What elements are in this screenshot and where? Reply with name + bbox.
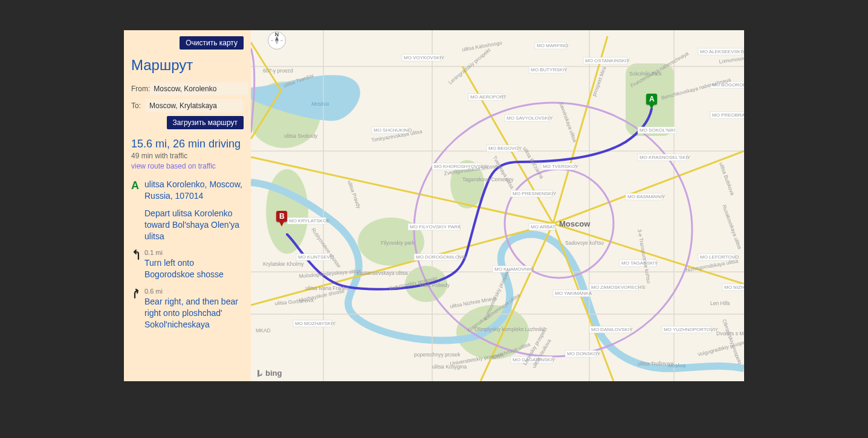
district-label: MO DOROGOMILOVO	[414, 254, 466, 260]
direction-step[interactable]: 0.6 miBear right, and then bear right on…	[131, 288, 244, 330]
map-city-label: Moscow	[559, 219, 591, 228]
svg-text:MO DONSKOY: MO DONSKOY	[567, 351, 601, 356]
direction-step[interactable]: 0.1 miTurn left onto Bogorodskoe shosse	[131, 249, 244, 280]
map-pin-a-label: A	[646, 94, 657, 105]
svg-text:Olimpiyskiy kompleks Luzhniki: Olimpiyskiy kompleks Luzhniki	[474, 326, 544, 332]
map-pin-b[interactable]: B	[276, 211, 288, 227]
step-address: ulitsa Korolenko, Moscow, Russia, 107014	[144, 179, 244, 202]
district-label: MO OSTANKINSKIY	[583, 57, 630, 64]
step-body: ulitsa Korolenko, Moscow, Russia, 107014…	[144, 179, 244, 242]
road-label: ulitsa Svobody	[284, 133, 318, 139]
district-label: MO AEROPORT	[468, 94, 507, 100]
district-label: MO BUTYRSKIY	[529, 66, 568, 73]
map-tiles: Moscow Sokolniki Park Filyovskiy park Pa…	[251, 30, 744, 381]
svg-text:Filyovskiy park: Filyovskiy park	[381, 240, 415, 246]
road-label: 607-y proezd	[263, 68, 293, 74]
svg-text:MO YUZHNOPORTOVIY: MO YUZHNOPORTOVIY	[664, 327, 718, 332]
bing-logo: bing	[256, 369, 282, 378]
map-canvas[interactable]: N	[251, 30, 744, 381]
district-label: MO DONSKOY	[565, 350, 601, 357]
district-label: MO MOZHAYSKIY	[293, 320, 336, 327]
district-label: MO VOYKOVSKIY	[402, 54, 445, 61]
to-label: To:	[131, 101, 146, 110]
svg-text:MO MOZHAYSKIY: MO MOZHAYSKIY	[295, 321, 336, 326]
district-label: MO YUZHNOPORTOVIY	[662, 326, 718, 333]
district-label: MO TVERSKOY	[541, 163, 578, 170]
svg-text:MO DANILOVSKIY: MO DANILOVSKIY	[591, 327, 633, 332]
svg-text:MO PRESNENSKIY: MO PRESNENSKIY	[513, 191, 557, 196]
route-summary: 15.6 mi, 26 min driving	[131, 138, 244, 150]
road-label: Dvorets s Moskvich	[716, 330, 744, 337]
load-route-button[interactable]: Загрузить маршрут	[167, 116, 244, 129]
svg-text:MO ZAMOSKVORECH'E: MO ZAMOSKVORECH'E	[591, 285, 646, 290]
district-label: MO FILYOVSKIY PARK	[408, 224, 461, 230]
svg-text:MO FILYOVSKIY PARK: MO FILYOVSKIY PARK	[410, 224, 461, 230]
compass-control[interactable]: N	[268, 31, 286, 50]
svg-text:MO ARBAT: MO ARBAT	[531, 224, 555, 230]
bear-right-icon	[131, 288, 144, 330]
svg-text:MO BASMANNIY: MO BASMANNIY	[627, 194, 666, 199]
svg-text:MO TAGANSKIY: MO TAGANSKIY	[621, 260, 658, 266]
svg-text:MO YAKIMANKA: MO YAKIMANKA	[555, 291, 592, 296]
compass-icon	[269, 33, 285, 48]
traffic-link[interactable]: view route based on traffic	[131, 162, 216, 170]
from-input[interactable]	[150, 82, 248, 95]
svg-text:MO VOYKOVSKIY: MO VOYKOVSKIY	[404, 55, 445, 60]
step-body: 0.1 miTurn left onto Bogorodskoe shosse	[144, 249, 244, 280]
clear-map-button[interactable]: Очистить карту	[180, 36, 244, 50]
district-label: MO KRASNOSEL'SKIY	[638, 154, 690, 161]
road-label: Kastanaevskaya ulitsa	[357, 270, 408, 276]
road-label: ulitsa Ivana Franko	[305, 285, 349, 291]
svg-text:MKAD: MKAD	[256, 327, 271, 333]
district-label: MO SOKOL'NIKI	[638, 127, 677, 134]
to-input[interactable]	[146, 99, 244, 112]
svg-text:MO TVERSKOY: MO TVERSKOY	[543, 164, 578, 169]
traffic-subtext: 49 min with traffic	[131, 152, 244, 160]
step-instruction: Turn left onto Bogorodskoe shosse	[144, 257, 244, 280]
svg-marker-0	[275, 36, 279, 40]
route-sidebar: Очистить карту Маршрут From: To:	[124, 30, 251, 381]
svg-text:Krylatskie Kholmy: Krylatskie Kholmy	[263, 261, 304, 267]
road-label: poperechnyy prosek	[414, 352, 461, 358]
road-label: ulitsa Kosygina	[432, 364, 467, 370]
district-label: MO PRESNENSKIY	[511, 190, 557, 197]
svg-text:MO NIZHEGORODSKIY: MO NIZHEGORODSKIY	[724, 285, 744, 290]
step-instruction: Bear right, and then bear right onto plo…	[144, 296, 244, 330]
bing-icon	[256, 369, 264, 378]
svg-text:MO KRYLATSKOE: MO KRYLATSKOE	[289, 218, 330, 224]
turn-left-icon	[131, 249, 144, 280]
step-distance: 0.1 mi	[144, 249, 244, 256]
laptop-base	[59, 388, 868, 405]
svg-text:MO OSTANKINSKIY: MO OSTANKINSKIY	[585, 58, 630, 63]
app-window: Очистить карту Маршрут From: To:	[124, 30, 744, 381]
svg-marker-1	[275, 40, 279, 45]
district-label: MO ALEKSEEVSKIY	[698, 48, 744, 55]
map-pin-b-label: B	[276, 211, 287, 222]
svg-text:MO KHAMOVNIKI: MO KHAMOVNIKI	[494, 266, 534, 272]
step-instruction: Depart ulitsa Korolenko toward Bol'shaya…	[144, 208, 244, 242]
svg-text:MO AEROPORT: MO AEROPORT	[470, 94, 507, 100]
svg-text:MO BEGOVOY: MO BEGOVOY	[488, 146, 522, 151]
step-marker-letter: A	[131, 179, 144, 242]
sidebar-title: Маршрут	[131, 57, 244, 74]
district-label: MO TAGANSKIY	[620, 260, 658, 266]
district-label: MO BEGOVOY	[487, 145, 522, 152]
direction-step[interactable]: Aulitsa Korolenko, Moscow, Russia, 10701…	[131, 179, 244, 242]
svg-text:MO SAVYOLOVSKIY: MO SAVYOLOVSKIY	[507, 115, 553, 121]
district-label: MO SAVYOLOVSKIY	[505, 115, 553, 121]
step-distance: 0.6 mi	[144, 288, 244, 295]
district-label: MO KRYLATSKOE	[287, 217, 330, 224]
district-label: MO NIZHEGORODSKIY	[722, 284, 744, 291]
district-label: MO YAKIMANKA	[553, 290, 592, 297]
svg-text:MO BUTYRSKIY: MO BUTYRSKIY	[531, 67, 568, 72]
road-label: Sadovoye kol'tso	[565, 240, 604, 246]
road-label: ulitsa Trofimova	[638, 361, 674, 367]
district-label: MO MARFINO	[535, 42, 568, 49]
svg-text:MO PREOBRAZHENSKOE: MO PREOBRAZHENSKOE	[712, 112, 744, 118]
map-pin-a[interactable]: A	[646, 94, 658, 109]
road-label: Len Hills	[710, 300, 730, 306]
svg-text:MO MARFINO: MO MARFINO	[537, 43, 568, 48]
district-label: MO PREOBRAZHENSKOE	[710, 112, 744, 118]
district-label: MO DANILOVSKIY	[589, 326, 633, 333]
district-label: MO ARBAT	[529, 224, 555, 230]
